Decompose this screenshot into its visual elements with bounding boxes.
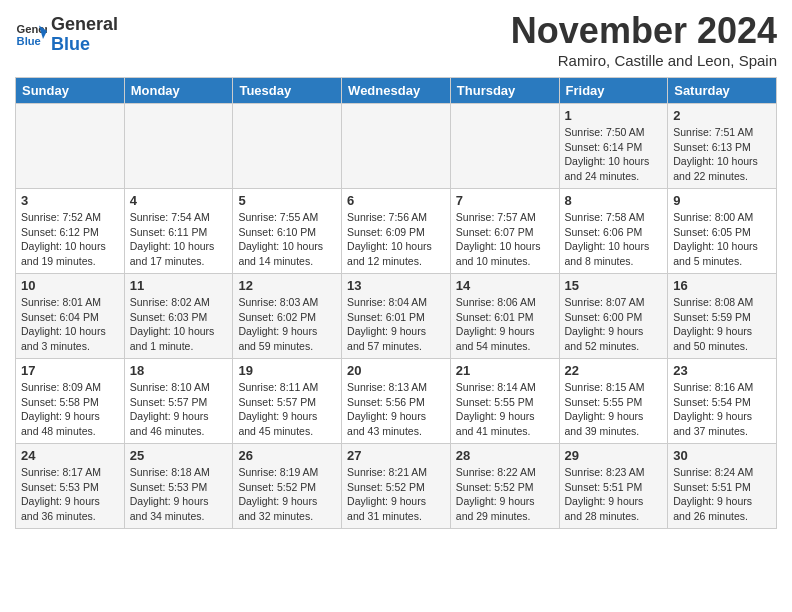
subtitle: Ramiro, Castille and Leon, Spain (511, 52, 777, 69)
day-number: 12 (238, 278, 336, 293)
day-number: 15 (565, 278, 663, 293)
day-info: Sunrise: 8:06 AM Sunset: 6:01 PM Dayligh… (456, 295, 554, 354)
day-number: 24 (21, 448, 119, 463)
day-number: 17 (21, 363, 119, 378)
day-number: 21 (456, 363, 554, 378)
day-info: Sunrise: 7:50 AM Sunset: 6:14 PM Dayligh… (565, 125, 663, 184)
day-number: 9 (673, 193, 771, 208)
day-number: 22 (565, 363, 663, 378)
day-info: Sunrise: 7:51 AM Sunset: 6:13 PM Dayligh… (673, 125, 771, 184)
day-info: Sunrise: 8:18 AM Sunset: 5:53 PM Dayligh… (130, 465, 228, 524)
day-info: Sunrise: 8:08 AM Sunset: 5:59 PM Dayligh… (673, 295, 771, 354)
day-cell: 8Sunrise: 7:58 AM Sunset: 6:06 PM Daylig… (559, 189, 668, 274)
day-cell (16, 104, 125, 189)
day-cell: 22Sunrise: 8:15 AM Sunset: 5:55 PM Dayli… (559, 359, 668, 444)
day-info: Sunrise: 8:16 AM Sunset: 5:54 PM Dayligh… (673, 380, 771, 439)
day-number: 20 (347, 363, 445, 378)
day-info: Sunrise: 7:57 AM Sunset: 6:07 PM Dayligh… (456, 210, 554, 269)
day-cell: 13Sunrise: 8:04 AM Sunset: 6:01 PM Dayli… (342, 274, 451, 359)
title-area: November 2024 Ramiro, Castille and Leon,… (511, 10, 777, 69)
day-cell: 17Sunrise: 8:09 AM Sunset: 5:58 PM Dayli… (16, 359, 125, 444)
month-title: November 2024 (511, 10, 777, 52)
day-info: Sunrise: 7:55 AM Sunset: 6:10 PM Dayligh… (238, 210, 336, 269)
week-row-5: 24Sunrise: 8:17 AM Sunset: 5:53 PM Dayli… (16, 444, 777, 529)
day-info: Sunrise: 8:10 AM Sunset: 5:57 PM Dayligh… (130, 380, 228, 439)
day-cell: 23Sunrise: 8:16 AM Sunset: 5:54 PM Dayli… (668, 359, 777, 444)
day-cell: 25Sunrise: 8:18 AM Sunset: 5:53 PM Dayli… (124, 444, 233, 529)
day-info: Sunrise: 7:54 AM Sunset: 6:11 PM Dayligh… (130, 210, 228, 269)
day-cell: 15Sunrise: 8:07 AM Sunset: 6:00 PM Dayli… (559, 274, 668, 359)
header-cell-tuesday: Tuesday (233, 78, 342, 104)
day-number: 11 (130, 278, 228, 293)
day-number: 8 (565, 193, 663, 208)
day-info: Sunrise: 8:13 AM Sunset: 5:56 PM Dayligh… (347, 380, 445, 439)
day-cell: 11Sunrise: 8:02 AM Sunset: 6:03 PM Dayli… (124, 274, 233, 359)
day-cell: 30Sunrise: 8:24 AM Sunset: 5:51 PM Dayli… (668, 444, 777, 529)
week-row-1: 1Sunrise: 7:50 AM Sunset: 6:14 PM Daylig… (16, 104, 777, 189)
day-number: 2 (673, 108, 771, 123)
calendar-body: 1Sunrise: 7:50 AM Sunset: 6:14 PM Daylig… (16, 104, 777, 529)
week-row-4: 17Sunrise: 8:09 AM Sunset: 5:58 PM Dayli… (16, 359, 777, 444)
day-info: Sunrise: 8:22 AM Sunset: 5:52 PM Dayligh… (456, 465, 554, 524)
day-cell (342, 104, 451, 189)
day-info: Sunrise: 8:02 AM Sunset: 6:03 PM Dayligh… (130, 295, 228, 354)
day-cell: 4Sunrise: 7:54 AM Sunset: 6:11 PM Daylig… (124, 189, 233, 274)
day-cell (233, 104, 342, 189)
day-cell: 28Sunrise: 8:22 AM Sunset: 5:52 PM Dayli… (450, 444, 559, 529)
header-cell-sunday: Sunday (16, 78, 125, 104)
day-number: 29 (565, 448, 663, 463)
day-number: 23 (673, 363, 771, 378)
day-info: Sunrise: 7:52 AM Sunset: 6:12 PM Dayligh… (21, 210, 119, 269)
day-info: Sunrise: 7:58 AM Sunset: 6:06 PM Dayligh… (565, 210, 663, 269)
day-cell: 27Sunrise: 8:21 AM Sunset: 5:52 PM Dayli… (342, 444, 451, 529)
day-info: Sunrise: 8:01 AM Sunset: 6:04 PM Dayligh… (21, 295, 119, 354)
day-info: Sunrise: 8:15 AM Sunset: 5:55 PM Dayligh… (565, 380, 663, 439)
day-number: 1 (565, 108, 663, 123)
day-info: Sunrise: 8:03 AM Sunset: 6:02 PM Dayligh… (238, 295, 336, 354)
day-cell: 7Sunrise: 7:57 AM Sunset: 6:07 PM Daylig… (450, 189, 559, 274)
header-cell-wednesday: Wednesday (342, 78, 451, 104)
day-cell: 6Sunrise: 7:56 AM Sunset: 6:09 PM Daylig… (342, 189, 451, 274)
day-cell: 12Sunrise: 8:03 AM Sunset: 6:02 PM Dayli… (233, 274, 342, 359)
day-cell: 5Sunrise: 7:55 AM Sunset: 6:10 PM Daylig… (233, 189, 342, 274)
day-info: Sunrise: 8:09 AM Sunset: 5:58 PM Dayligh… (21, 380, 119, 439)
svg-text:Blue: Blue (17, 34, 41, 46)
day-cell (450, 104, 559, 189)
day-number: 7 (456, 193, 554, 208)
day-number: 10 (21, 278, 119, 293)
day-number: 3 (21, 193, 119, 208)
day-number: 25 (130, 448, 228, 463)
header: General Blue General Blue November 2024 … (15, 10, 777, 69)
day-number: 4 (130, 193, 228, 208)
header-row: SundayMondayTuesdayWednesdayThursdayFrid… (16, 78, 777, 104)
day-cell: 24Sunrise: 8:17 AM Sunset: 5:53 PM Dayli… (16, 444, 125, 529)
day-number: 16 (673, 278, 771, 293)
day-number: 18 (130, 363, 228, 378)
day-info: Sunrise: 8:19 AM Sunset: 5:52 PM Dayligh… (238, 465, 336, 524)
day-number: 6 (347, 193, 445, 208)
day-cell: 9Sunrise: 8:00 AM Sunset: 6:05 PM Daylig… (668, 189, 777, 274)
day-info: Sunrise: 8:21 AM Sunset: 5:52 PM Dayligh… (347, 465, 445, 524)
day-cell: 18Sunrise: 8:10 AM Sunset: 5:57 PM Dayli… (124, 359, 233, 444)
header-cell-thursday: Thursday (450, 78, 559, 104)
day-number: 26 (238, 448, 336, 463)
day-number: 30 (673, 448, 771, 463)
day-cell: 20Sunrise: 8:13 AM Sunset: 5:56 PM Dayli… (342, 359, 451, 444)
day-info: Sunrise: 8:04 AM Sunset: 6:01 PM Dayligh… (347, 295, 445, 354)
logo-icon: General Blue (15, 19, 47, 51)
calendar-table: SundayMondayTuesdayWednesdayThursdayFrid… (15, 77, 777, 529)
day-cell: 16Sunrise: 8:08 AM Sunset: 5:59 PM Dayli… (668, 274, 777, 359)
day-cell: 10Sunrise: 8:01 AM Sunset: 6:04 PM Dayli… (16, 274, 125, 359)
day-info: Sunrise: 8:17 AM Sunset: 5:53 PM Dayligh… (21, 465, 119, 524)
day-info: Sunrise: 8:14 AM Sunset: 5:55 PM Dayligh… (456, 380, 554, 439)
day-number: 13 (347, 278, 445, 293)
day-info: Sunrise: 8:23 AM Sunset: 5:51 PM Dayligh… (565, 465, 663, 524)
day-cell: 29Sunrise: 8:23 AM Sunset: 5:51 PM Dayli… (559, 444, 668, 529)
day-cell (124, 104, 233, 189)
day-cell: 26Sunrise: 8:19 AM Sunset: 5:52 PM Dayli… (233, 444, 342, 529)
day-cell: 1Sunrise: 7:50 AM Sunset: 6:14 PM Daylig… (559, 104, 668, 189)
day-number: 28 (456, 448, 554, 463)
logo: General Blue General Blue (15, 15, 118, 55)
header-cell-friday: Friday (559, 78, 668, 104)
day-cell: 19Sunrise: 8:11 AM Sunset: 5:57 PM Dayli… (233, 359, 342, 444)
